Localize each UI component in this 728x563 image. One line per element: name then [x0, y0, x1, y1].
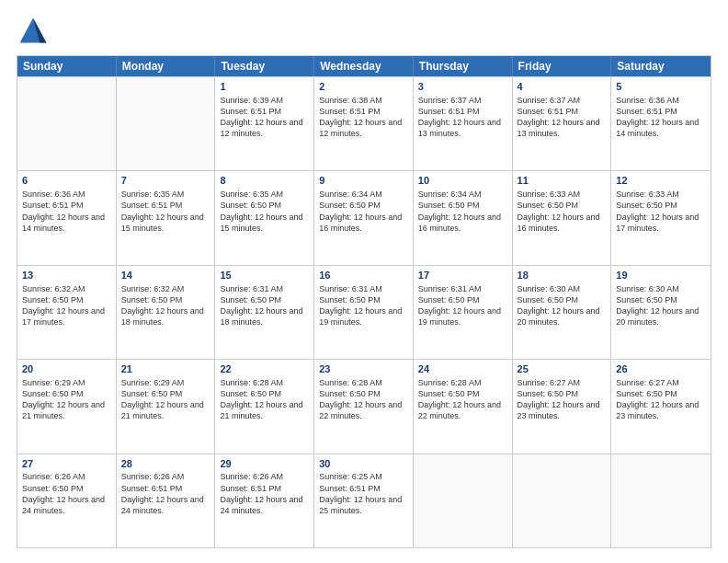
day-number: 28: [121, 457, 210, 471]
day-number: 4: [518, 80, 607, 94]
day-number: 17: [418, 269, 507, 282]
cal-cell: 29Sunrise: 6:26 AMSunset: 6:51 PMDayligh…: [215, 454, 314, 547]
cal-week-5: 27Sunrise: 6:26 AMSunset: 6:50 PMDayligh…: [17, 454, 711, 547]
cal-cell: 26Sunrise: 6:27 AMSunset: 6:50 PMDayligh…: [611, 360, 711, 453]
cal-cell: 27Sunrise: 6:26 AMSunset: 6:50 PMDayligh…: [17, 454, 117, 547]
day-info: Sunrise: 6:26 AMSunset: 6:51 PMDaylight:…: [121, 471, 210, 516]
day-number: 13: [22, 269, 111, 282]
day-info: Sunrise: 6:37 AMSunset: 6:51 PMDaylight:…: [518, 95, 607, 140]
day-number: 16: [319, 269, 408, 282]
day-info: Sunrise: 6:31 AMSunset: 6:50 PMDaylight:…: [220, 283, 309, 328]
cal-cell: 11Sunrise: 6:33 AMSunset: 6:50 PMDayligh…: [513, 171, 612, 264]
day-number: 6: [22, 174, 111, 188]
cal-cell: 9Sunrise: 6:34 AMSunset: 6:50 PMDaylight…: [314, 171, 414, 264]
day-number: 9: [319, 174, 408, 188]
day-number: 2: [319, 80, 408, 94]
day-info: Sunrise: 6:31 AMSunset: 6:50 PMDaylight:…: [418, 283, 507, 328]
cal-cell: 25Sunrise: 6:27 AMSunset: 6:50 PMDayligh…: [513, 360, 612, 453]
cal-cell: 24Sunrise: 6:28 AMSunset: 6:50 PMDayligh…: [414, 360, 513, 453]
day-info: Sunrise: 6:36 AMSunset: 6:51 PMDaylight:…: [22, 189, 111, 234]
day-info: Sunrise: 6:29 AMSunset: 6:50 PMDaylight:…: [121, 377, 210, 422]
cal-week-1: 1Sunrise: 6:39 AMSunset: 6:51 PMDaylight…: [17, 76, 711, 170]
day-number: 23: [319, 362, 408, 376]
cal-cell: 3Sunrise: 6:37 AMSunset: 6:51 PMDaylight…: [414, 77, 513, 170]
cal-cell: 23Sunrise: 6:28 AMSunset: 6:50 PMDayligh…: [314, 360, 414, 453]
day-number: 19: [616, 269, 706, 282]
day-number: 7: [121, 174, 210, 188]
calendar-header: SundayMondayTuesdayWednesdayThursdayFrid…: [17, 56, 711, 76]
cal-header-wednesday: Wednesday: [314, 56, 414, 76]
cal-cell: 12Sunrise: 6:33 AMSunset: 6:50 PMDayligh…: [611, 171, 711, 264]
cal-week-3: 13Sunrise: 6:32 AMSunset: 6:50 PMDayligh…: [17, 265, 711, 359]
cal-cell: 1Sunrise: 6:39 AMSunset: 6:51 PMDaylight…: [215, 77, 314, 170]
day-info: Sunrise: 6:35 AMSunset: 6:51 PMDaylight:…: [121, 189, 210, 234]
day-info: Sunrise: 6:37 AMSunset: 6:51 PMDaylight:…: [418, 95, 507, 140]
cal-header-monday: Monday: [117, 56, 216, 76]
day-info: Sunrise: 6:34 AMSunset: 6:50 PMDaylight:…: [319, 189, 408, 234]
cal-cell: 14Sunrise: 6:32 AMSunset: 6:50 PMDayligh…: [117, 266, 216, 359]
day-number: 22: [220, 362, 309, 376]
cal-cell: 13Sunrise: 6:32 AMSunset: 6:50 PMDayligh…: [17, 266, 117, 359]
day-number: 8: [220, 174, 309, 188]
day-number: 11: [518, 174, 607, 188]
day-info: Sunrise: 6:28 AMSunset: 6:50 PMDaylight:…: [220, 377, 309, 422]
cal-header-saturday: Saturday: [611, 56, 711, 76]
day-info: Sunrise: 6:35 AMSunset: 6:50 PMDaylight:…: [220, 189, 309, 234]
day-info: Sunrise: 6:29 AMSunset: 6:50 PMDaylight:…: [22, 377, 111, 422]
cal-cell: 18Sunrise: 6:30 AMSunset: 6:50 PMDayligh…: [513, 266, 612, 359]
cal-cell: 8Sunrise: 6:35 AMSunset: 6:50 PMDaylight…: [215, 171, 314, 264]
day-info: Sunrise: 6:25 AMSunset: 6:51 PMDaylight:…: [319, 471, 408, 516]
day-info: Sunrise: 6:39 AMSunset: 6:51 PMDaylight:…: [220, 95, 309, 140]
day-number: 21: [121, 362, 210, 376]
cal-week-2: 6Sunrise: 6:36 AMSunset: 6:51 PMDaylight…: [17, 170, 711, 264]
day-info: Sunrise: 6:36 AMSunset: 6:51 PMDaylight:…: [616, 95, 706, 140]
cal-week-4: 20Sunrise: 6:29 AMSunset: 6:50 PMDayligh…: [17, 359, 711, 453]
logo: [17, 15, 53, 48]
day-number: 5: [616, 80, 706, 94]
day-info: Sunrise: 6:30 AMSunset: 6:50 PMDaylight:…: [616, 283, 706, 328]
day-info: Sunrise: 6:27 AMSunset: 6:50 PMDaylight:…: [518, 377, 607, 422]
day-info: Sunrise: 6:32 AMSunset: 6:50 PMDaylight:…: [121, 283, 210, 328]
day-info: Sunrise: 6:30 AMSunset: 6:50 PMDaylight:…: [518, 283, 607, 328]
cal-cell: 15Sunrise: 6:31 AMSunset: 6:50 PMDayligh…: [215, 266, 314, 359]
day-number: 20: [22, 362, 111, 376]
cal-cell: 2Sunrise: 6:38 AMSunset: 6:51 PMDaylight…: [314, 77, 414, 170]
day-number: 24: [418, 362, 507, 376]
header: [17, 15, 711, 48]
day-number: 29: [220, 457, 309, 471]
day-info: Sunrise: 6:33 AMSunset: 6:50 PMDaylight:…: [518, 189, 607, 234]
day-number: 14: [121, 269, 210, 282]
cal-cell: 17Sunrise: 6:31 AMSunset: 6:50 PMDayligh…: [414, 266, 513, 359]
cal-cell: 5Sunrise: 6:36 AMSunset: 6:51 PMDaylight…: [611, 77, 711, 170]
day-info: Sunrise: 6:31 AMSunset: 6:50 PMDaylight:…: [319, 283, 408, 328]
cal-cell: [117, 77, 216, 170]
day-number: 3: [418, 80, 507, 94]
cal-header-thursday: Thursday: [414, 56, 513, 76]
cal-cell: 20Sunrise: 6:29 AMSunset: 6:50 PMDayligh…: [17, 360, 117, 453]
day-info: Sunrise: 6:26 AMSunset: 6:50 PMDaylight:…: [22, 471, 111, 516]
cal-header-friday: Friday: [513, 56, 612, 76]
cal-cell: 22Sunrise: 6:28 AMSunset: 6:50 PMDayligh…: [215, 360, 314, 453]
day-info: Sunrise: 6:27 AMSunset: 6:50 PMDaylight:…: [616, 377, 706, 422]
day-number: 30: [319, 457, 408, 471]
day-info: Sunrise: 6:34 AMSunset: 6:50 PMDaylight:…: [418, 189, 507, 234]
cal-cell: [17, 77, 117, 170]
day-number: 18: [518, 269, 607, 282]
day-info: Sunrise: 6:33 AMSunset: 6:50 PMDaylight:…: [616, 189, 706, 234]
calendar: SundayMondayTuesdayWednesdayThursdayFrid…: [17, 55, 711, 548]
cal-cell: 7Sunrise: 6:35 AMSunset: 6:51 PMDaylight…: [117, 171, 216, 264]
day-info: Sunrise: 6:28 AMSunset: 6:50 PMDaylight:…: [418, 377, 507, 422]
cal-cell: 21Sunrise: 6:29 AMSunset: 6:50 PMDayligh…: [117, 360, 216, 453]
day-number: 10: [418, 174, 507, 188]
day-info: Sunrise: 6:26 AMSunset: 6:51 PMDaylight:…: [220, 471, 309, 516]
cal-cell: 10Sunrise: 6:34 AMSunset: 6:50 PMDayligh…: [414, 171, 513, 264]
day-number: 12: [616, 174, 706, 188]
day-number: 15: [220, 269, 309, 282]
cal-cell: 16Sunrise: 6:31 AMSunset: 6:50 PMDayligh…: [314, 266, 414, 359]
cal-cell: 19Sunrise: 6:30 AMSunset: 6:50 PMDayligh…: [611, 266, 711, 359]
cal-cell: 6Sunrise: 6:36 AMSunset: 6:51 PMDaylight…: [17, 171, 117, 264]
day-number: 27: [22, 457, 111, 471]
day-info: Sunrise: 6:32 AMSunset: 6:50 PMDaylight:…: [22, 283, 111, 328]
cal-header-sunday: Sunday: [17, 56, 117, 76]
cal-cell: [513, 454, 612, 547]
